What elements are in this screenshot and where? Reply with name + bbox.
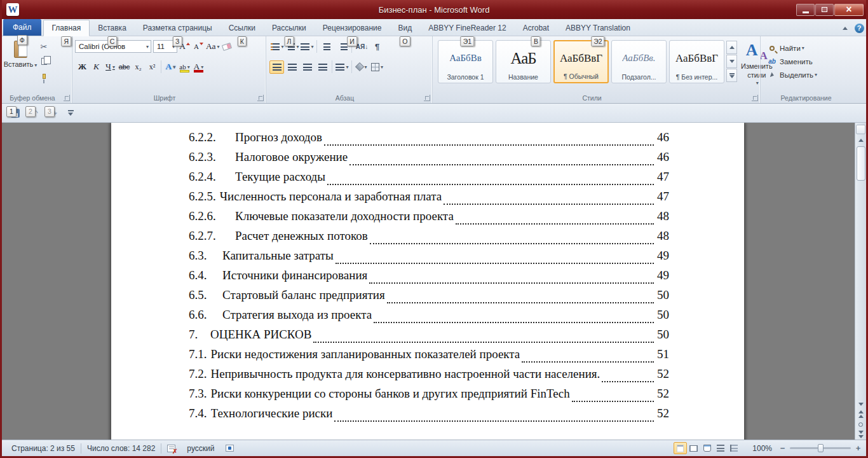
superscript-button[interactable]: х² bbox=[146, 60, 159, 74]
underline-button[interactable]: Ч bbox=[104, 60, 117, 74]
zoom-out-button[interactable] bbox=[778, 444, 787, 452]
shading-button[interactable] bbox=[355, 60, 369, 74]
scroll-up-button[interactable] bbox=[855, 135, 867, 145]
tab-insert[interactable]: Вставка С bbox=[90, 20, 135, 36]
draft-view-button[interactable] bbox=[727, 442, 740, 454]
triangle-down-icon bbox=[68, 113, 73, 116]
outline-view-button[interactable] bbox=[714, 442, 727, 454]
tab-home[interactable]: Главная Я bbox=[43, 20, 90, 36]
close-button[interactable]: × bbox=[834, 4, 864, 16]
print-layout-view-button[interactable] bbox=[674, 442, 687, 454]
tab-abbyy-translation[interactable]: ABBYY Translation Э2 bbox=[557, 20, 639, 36]
zoom-in-button[interactable] bbox=[854, 444, 862, 452]
ruler-toggle-button[interactable] bbox=[856, 125, 865, 134]
tab-review[interactable]: Рецензирование И bbox=[315, 20, 390, 36]
toc-page-number: 49 bbox=[655, 249, 669, 263]
vertical-scrollbar[interactable] bbox=[855, 123, 866, 440]
style-normal[interactable]: АаБбВвГ ¶ Обычный bbox=[553, 40, 609, 83]
qat-more-button[interactable] bbox=[65, 107, 76, 120]
show-marks-button[interactable]: ¶ bbox=[370, 40, 384, 53]
up-arrow-icon bbox=[186, 43, 190, 45]
bold-button[interactable]: Ж bbox=[76, 60, 89, 74]
previous-page-button[interactable] bbox=[855, 409, 867, 419]
zoom-track[interactable] bbox=[790, 447, 851, 449]
minimize-ribbon-button[interactable] bbox=[838, 22, 852, 34]
style-title[interactable]: АаБ Название bbox=[496, 40, 551, 83]
style-subtitle[interactable]: АаБбВв. Подзагол... bbox=[611, 40, 667, 83]
dialog-launcher-font[interactable] bbox=[257, 95, 264, 101]
next-page-button[interactable] bbox=[855, 429, 867, 440]
select-browse-object-button[interactable] bbox=[855, 419, 867, 429]
align-right-button[interactable] bbox=[300, 60, 315, 74]
dialog-launcher-styles[interactable] bbox=[752, 95, 758, 101]
redo-button[interactable]: 3 bbox=[44, 105, 63, 121]
align-left-button[interactable] bbox=[269, 60, 284, 74]
macro-record-status[interactable] bbox=[220, 443, 240, 454]
document-canvas: 6.2.2.Прогноз доходов46 6.2.3.Налоговое … bbox=[2, 123, 866, 440]
subscript-button[interactable]: х₂ bbox=[132, 60, 145, 74]
paste-button[interactable]: Вставить bbox=[4, 38, 36, 93]
style-no-spacing[interactable]: АаБбВвГ ¶ Без интер... bbox=[669, 40, 724, 83]
language-status[interactable]: русский bbox=[181, 443, 220, 454]
tab-view[interactable]: Вид О bbox=[390, 20, 420, 36]
tab-page-layout[interactable]: Разметка страницы З bbox=[135, 20, 220, 36]
decrease-indent-button[interactable] bbox=[320, 40, 334, 53]
toc-entry: 6.5.Стартовый баланс предприятия50 bbox=[189, 288, 669, 308]
tab-acrobat[interactable]: Acrobat В bbox=[515, 20, 557, 36]
italic-button[interactable]: К bbox=[90, 60, 103, 74]
gallery-more-button[interactable] bbox=[726, 69, 737, 82]
text-effects-icon: А bbox=[166, 62, 172, 72]
dialog-launcher-clipboard[interactable] bbox=[64, 95, 70, 101]
bold-icon: Ж bbox=[78, 62, 86, 72]
gallery-down-button[interactable] bbox=[726, 55, 737, 68]
find-button[interactable]: Найти bbox=[767, 41, 857, 55]
multilevel-list-button[interactable] bbox=[300, 40, 315, 53]
scroll-thumb[interactable] bbox=[857, 146, 865, 181]
toc-text: Капитальные затраты bbox=[222, 249, 334, 263]
undo-button[interactable]: 2 bbox=[25, 105, 44, 121]
borders-button[interactable] bbox=[370, 60, 384, 74]
help-button[interactable] bbox=[852, 22, 866, 34]
zoom-level[interactable]: 100% bbox=[749, 444, 772, 453]
spellcheck-status[interactable] bbox=[161, 443, 181, 454]
minimize-button[interactable] bbox=[796, 4, 815, 16]
zoom-thumb[interactable] bbox=[818, 444, 824, 452]
word-count-status[interactable]: Число слов: 14 282 bbox=[81, 443, 161, 454]
web-layout-view-button[interactable] bbox=[700, 442, 714, 454]
tab-mailings[interactable]: Рассылки Л bbox=[264, 20, 315, 36]
tab-file[interactable]: Файл Ф bbox=[3, 19, 41, 36]
document-page[interactable]: 6.2.2.Прогноз доходов46 6.2.3.Налоговое … bbox=[111, 123, 744, 440]
bullets-button[interactable] bbox=[269, 40, 284, 53]
replace-button[interactable]: Заменить bbox=[767, 55, 857, 68]
tab-label: ABBYY FineReader 12 bbox=[428, 24, 506, 32]
justify-button[interactable] bbox=[315, 60, 330, 74]
strikethrough-button[interactable]: abc bbox=[118, 60, 131, 74]
highlight-button[interactable]: ab bbox=[178, 60, 191, 74]
line-spacing-button[interactable] bbox=[335, 60, 349, 74]
dialog-launcher-paragraph[interactable] bbox=[424, 95, 430, 101]
style-heading1[interactable]: АаБбВв Заголовок 1 bbox=[438, 40, 493, 83]
text-effects-button[interactable]: А bbox=[164, 60, 177, 74]
select-button[interactable]: Выделить bbox=[767, 68, 857, 81]
change-case-button[interactable]: Аа bbox=[206, 40, 220, 53]
tab-abbyy-finereader[interactable]: ABBYY FineReader 12 Э1 bbox=[420, 20, 515, 36]
save-button[interactable]: 1 bbox=[6, 105, 25, 121]
scroll-down-button[interactable] bbox=[855, 399, 867, 409]
page-status[interactable]: Страница: 2 из 55 bbox=[6, 443, 81, 454]
shrink-font-button[interactable]: А bbox=[192, 40, 205, 53]
minimize-icon bbox=[803, 11, 809, 13]
group-label-editing: Редактирование bbox=[762, 94, 850, 102]
gallery-up-button[interactable] bbox=[726, 41, 737, 54]
font-color-button[interactable]: А bbox=[192, 60, 205, 74]
clear-formatting-button[interactable] bbox=[220, 40, 234, 53]
dot-leader bbox=[370, 243, 654, 244]
tab-references[interactable]: Ссылки К bbox=[220, 20, 264, 36]
restore-button[interactable] bbox=[815, 4, 834, 16]
keytip-badge: Л bbox=[284, 36, 294, 46]
fullscreen-reading-view-button[interactable] bbox=[687, 442, 700, 454]
align-center-button[interactable] bbox=[285, 60, 299, 74]
format-painter-button[interactable] bbox=[36, 69, 51, 83]
copy-button[interactable] bbox=[36, 54, 51, 69]
letter-a-blue: А bbox=[746, 42, 758, 59]
cut-button[interactable] bbox=[36, 39, 51, 54]
